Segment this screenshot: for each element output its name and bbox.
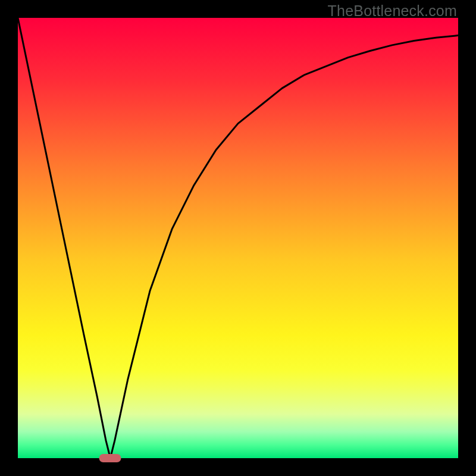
plot-frame: [18, 18, 458, 458]
watermark-text: TheBottleneck.com: [328, 2, 457, 20]
optimal-point-marker: [99, 454, 121, 462]
bottleneck-curve: [18, 18, 458, 458]
